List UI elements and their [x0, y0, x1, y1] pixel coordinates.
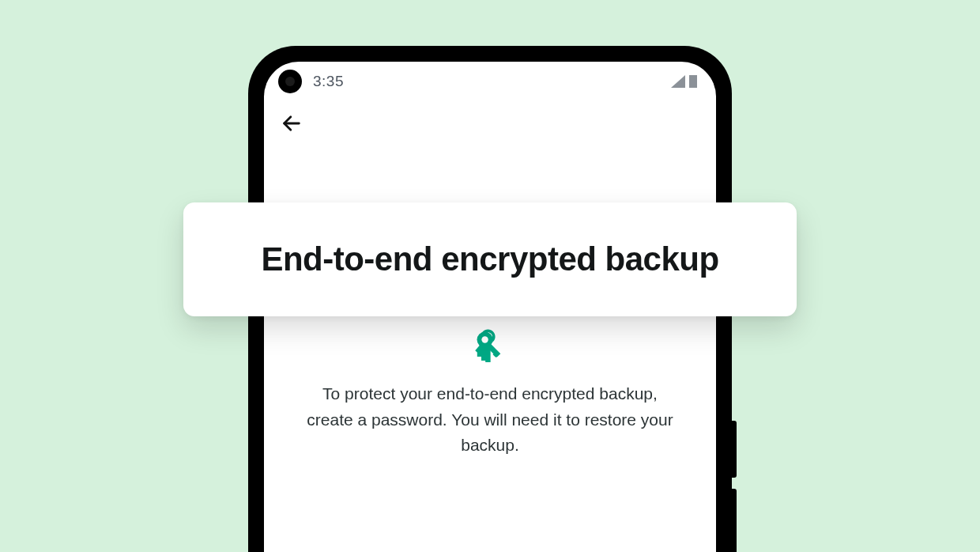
- phone-side-button: [732, 489, 737, 552]
- back-button[interactable]: [278, 110, 305, 137]
- camera-hole: [278, 70, 302, 93]
- toolbar: [264, 101, 716, 146]
- battery-icon: [689, 75, 697, 88]
- status-bar: 3:35: [264, 62, 716, 101]
- title-card: End-to-end encrypted backup: [183, 202, 797, 316]
- phone-side-button: [732, 421, 737, 478]
- status-icons: [671, 75, 697, 88]
- description-text: To protect your end-to-end encrypted bac…: [304, 381, 676, 459]
- page-title: End-to-end encrypted backup: [261, 240, 718, 278]
- arrow-left-icon: [281, 112, 303, 134]
- key-icon: [473, 327, 507, 365]
- svg-point-2: [481, 336, 488, 342]
- signal-icon: [671, 75, 685, 88]
- status-clock: 3:35: [313, 73, 344, 90]
